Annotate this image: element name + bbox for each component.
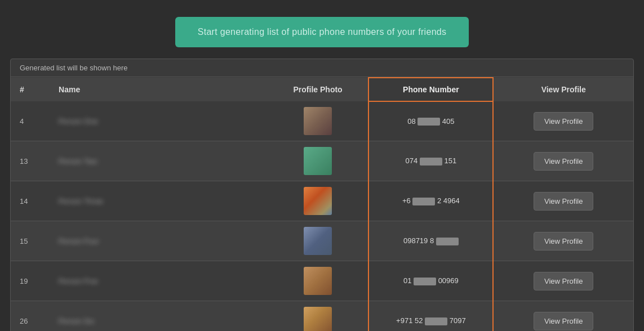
row-photo-cell — [268, 181, 369, 221]
row-photo-cell — [268, 141, 369, 181]
phone-text: 074 151 — [406, 156, 457, 165]
view-profile-button[interactable]: View Profile — [534, 272, 593, 290]
row-name: Person Five — [50, 261, 268, 301]
view-profile-button[interactable]: View Profile — [534, 312, 593, 330]
row-viewprofile-cell: View Profile — [493, 141, 633, 181]
view-profile-button[interactable]: View Profile — [534, 152, 593, 171]
row-photo-cell — [268, 221, 369, 261]
generate-button[interactable]: Start generating list of public phone nu… — [175, 17, 469, 47]
profile-photo — [304, 227, 332, 255]
row-num: 13 — [11, 141, 50, 181]
friends-table: # Name Profile Photo Phone Number View P… — [11, 77, 633, 331]
col-name: Name — [50, 78, 268, 101]
table-row: 13Person Two074 151View Profile — [11, 141, 633, 181]
col-photo: Profile Photo — [268, 78, 369, 101]
table-row: 19Person Five01 00969View Profile — [11, 261, 633, 301]
row-viewprofile-cell: View Profile — [493, 301, 633, 332]
row-viewprofile-cell: View Profile — [493, 101, 633, 141]
row-phone: 098719 8 — [368, 221, 493, 261]
phone-text: +6 2 4964 — [402, 196, 460, 205]
row-num: 4 — [11, 101, 50, 141]
row-name: Person Six — [50, 301, 268, 332]
blurred-phone-part — [425, 317, 447, 325]
blurred-phone-part — [414, 278, 436, 285]
view-profile-button[interactable]: View Profile — [534, 232, 593, 251]
table-row: 15Person Four098719 8 View Profile — [11, 221, 633, 261]
table-container: Generated list will be shown here # Name… — [10, 59, 634, 331]
table-row: 26Person Six+971 52 7097View Profile — [11, 301, 633, 332]
row-name: Person Three — [50, 181, 268, 221]
row-photo-cell — [268, 261, 369, 301]
row-photo-cell — [268, 101, 369, 141]
view-profile-button[interactable]: View Profile — [534, 112, 593, 131]
row-photo-cell — [268, 301, 369, 332]
phone-text: 098719 8 — [403, 236, 459, 245]
col-viewprofile: View Profile — [493, 78, 633, 101]
row-phone: 01 00969 — [368, 261, 493, 301]
row-viewprofile-cell: View Profile — [493, 261, 633, 301]
row-phone: +971 52 7097 — [368, 301, 493, 332]
profile-photo — [304, 147, 332, 175]
profile-photo — [304, 107, 332, 135]
col-phone: Phone Number — [368, 78, 493, 101]
view-profile-button[interactable]: View Profile — [534, 192, 593, 211]
profile-photo — [304, 187, 332, 215]
phone-text: 08 405 — [407, 117, 454, 126]
table-row: 14Person Three+6 2 4964View Profile — [11, 181, 633, 221]
phone-text: 01 00969 — [403, 276, 459, 285]
profile-photo — [304, 267, 332, 295]
blurred-phone-part — [418, 118, 440, 126]
col-num: # — [11, 78, 50, 101]
profile-photo — [304, 307, 332, 331]
row-viewprofile-cell: View Profile — [493, 181, 633, 221]
row-name: Person One — [50, 101, 268, 141]
table-header-row: # Name Profile Photo Phone Number View P… — [11, 78, 633, 101]
blurred-phone-part — [412, 198, 435, 205]
row-name: Person Two — [50, 141, 268, 181]
row-num: 19 — [11, 261, 50, 301]
table-note: Generated list will be shown here — [11, 59, 633, 77]
blurred-phone-part — [436, 238, 459, 245]
row-num: 26 — [11, 301, 50, 332]
blurred-phone-part — [420, 158, 442, 166]
row-phone: +6 2 4964 — [368, 181, 493, 221]
table-row: 4Person One08 405View Profile — [11, 101, 633, 141]
row-num: 14 — [11, 181, 50, 221]
row-phone: 074 151 — [368, 141, 493, 181]
phone-text: +971 52 7097 — [396, 316, 466, 325]
top-banner-section: Start generating list of public phone nu… — [0, 0, 644, 59]
row-num: 15 — [11, 221, 50, 261]
row-phone: 08 405 — [368, 101, 493, 141]
row-name: Person Four — [50, 221, 268, 261]
row-viewprofile-cell: View Profile — [493, 221, 633, 261]
